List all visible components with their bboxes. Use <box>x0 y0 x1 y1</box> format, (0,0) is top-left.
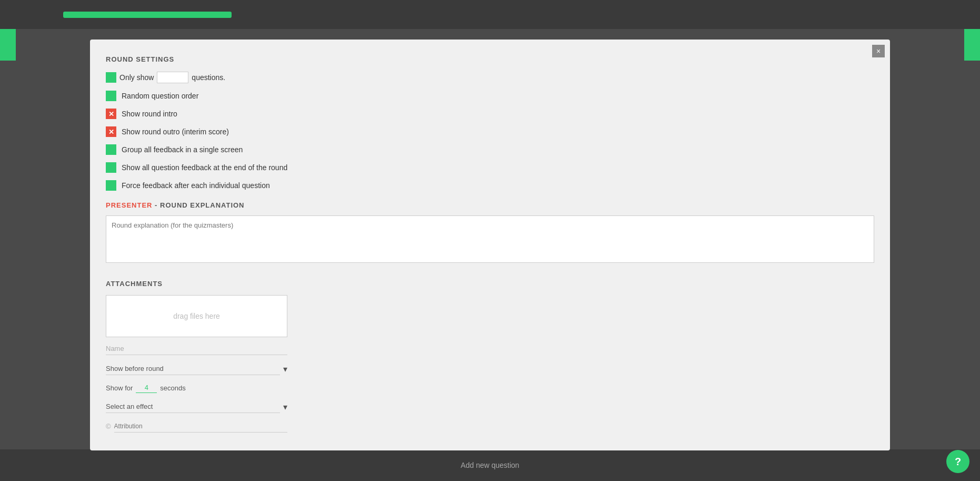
only-show-input[interactable] <box>157 72 188 83</box>
modal: × ROUND SETTINGS Only show questions. Ra… <box>90 40 890 450</box>
round-settings-title: ROUND SETTINGS <box>106 55 874 63</box>
show-before-round-arrow-icon: ▾ <box>283 364 287 374</box>
group-feedback-row: Group all feedback in a single screen <box>106 144 874 155</box>
presenter-section: PRESENTER - ROUND EXPLANATION <box>106 201 874 265</box>
presenter-title: PRESENTER - ROUND EXPLANATION <box>106 201 874 209</box>
only-show-suffix: questions. <box>192 73 225 82</box>
only-show-prefix: Only show <box>119 73 154 82</box>
group-feedback-label: Group all feedback in a single screen <box>122 145 243 154</box>
attachments-section: ATTACHMENTS drag files here Show before … <box>106 280 874 433</box>
show-before-round-select[interactable]: Show before round <box>106 362 280 375</box>
show-for-input[interactable] <box>136 382 157 393</box>
dropzone[interactable]: drag files here <box>106 295 287 337</box>
show-for-label: Show for <box>106 384 133 392</box>
modal-close-button[interactable]: × <box>872 45 885 57</box>
attachment-fields: Show before round ▾ Show for seconds Sel… <box>106 342 287 433</box>
modal-overlay: × ROUND SETTINGS Only show questions. Ra… <box>0 0 980 481</box>
presenter-word: PRESENTER <box>106 201 152 209</box>
show-intro-checkbox[interactable]: ✕ <box>106 109 116 119</box>
select-effect-select[interactable]: Select an effect <box>106 400 280 413</box>
random-order-checkbox[interactable] <box>106 91 116 101</box>
seconds-label: seconds <box>160 384 185 392</box>
force-feedback-label: Force feedback after each individual que… <box>122 181 270 190</box>
select-effect-row: Select an effect ▾ <box>106 400 287 413</box>
random-order-row: Random question order <box>106 91 874 101</box>
show-outro-label: Show round outro (interim score) <box>122 127 229 136</box>
show-before-round-row: Show before round ▾ <box>106 362 287 375</box>
show-all-feedback-label: Show all question feedback at the end of… <box>122 163 287 172</box>
explanation-textarea[interactable] <box>106 215 874 263</box>
attachment-name-input[interactable] <box>106 342 287 355</box>
copyright-icon: © <box>106 423 111 430</box>
show-outro-row: ✕ Show round outro (interim score) <box>106 126 874 137</box>
attribution-row: © <box>106 420 287 433</box>
attachments-title: ATTACHMENTS <box>106 280 874 288</box>
show-for-row: Show for seconds <box>106 382 287 393</box>
show-intro-label: Show round intro <box>122 110 177 118</box>
attribution-input[interactable] <box>114 420 287 433</box>
force-feedback-checkbox[interactable] <box>106 180 116 191</box>
show-all-feedback-checkbox[interactable] <box>106 162 116 173</box>
show-all-feedback-row: Show all question feedback at the end of… <box>106 162 874 173</box>
force-feedback-row: Force feedback after each individual que… <box>106 180 874 191</box>
group-feedback-checkbox[interactable] <box>106 144 116 155</box>
select-effect-arrow-icon: ▾ <box>283 402 287 412</box>
random-order-label: Random question order <box>122 92 198 100</box>
show-outro-checkbox[interactable]: ✕ <box>106 126 116 137</box>
presenter-title-rest: - ROUND EXPLANATION <box>152 201 244 209</box>
only-show-checkbox[interactable] <box>106 72 116 83</box>
dropzone-label: drag files here <box>173 312 220 320</box>
only-show-row: Only show questions. <box>106 72 874 83</box>
help-button[interactable]: ? <box>946 450 969 473</box>
show-intro-row: ✕ Show round intro <box>106 109 874 119</box>
